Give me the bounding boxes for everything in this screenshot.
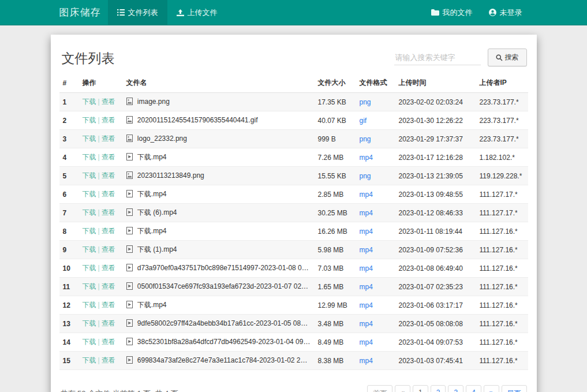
view-link[interactable]: 查看 [102,264,115,272]
page-button-尾页[interactable]: 尾页 [502,385,527,392]
nav-my-files[interactable]: 我的文件 [425,0,478,25]
user-icon [489,9,496,16]
upload-time: 2023-01-07 02:35:23 [395,278,476,296]
file-format-link[interactable]: mp4 [360,301,373,309]
upload-time: 2023-01-04 09:07:53 [395,333,476,352]
view-link[interactable]: 查看 [102,301,115,309]
download-link[interactable]: 下载 [83,356,96,364]
upload-time: 2023-01-13 09:48:55 [395,185,476,204]
file-format-link[interactable]: mp4 [360,338,373,346]
download-link[interactable]: 下载 [83,135,96,143]
download-link[interactable]: 下载 [83,338,96,346]
file-format-link[interactable]: mp4 [360,154,373,162]
upload-time: 2023-01-11 08:19:44 [395,222,476,241]
header-filesize: 文件大小 [315,73,356,93]
file-table: # 操作 文件名 文件大小 文件格式 上传时间 上传者IP 1 下载|查看 im… [59,73,528,370]
view-link[interactable]: 查看 [102,208,115,216]
download-link[interactable]: 下载 [83,98,96,106]
file-format-link[interactable]: png [360,98,371,106]
table-row: 11 下载|查看 0500f015347ce697fc93a193efa6723… [59,278,528,296]
file-format-link[interactable]: gif [360,117,367,125]
download-link[interactable]: 下载 [83,245,96,253]
view-link[interactable]: 查看 [102,116,115,124]
file-format-link[interactable]: png [360,135,371,143]
view-link[interactable]: 查看 [102,282,115,290]
page-button-首页[interactable]: 首页 [367,385,392,392]
file-count-summary: 共有 52 个文件 当前第 1 页, 共 4 页 [61,389,178,392]
view-link[interactable]: 查看 [102,245,115,253]
header-format: 文件格式 [356,73,395,93]
download-link[interactable]: 下载 [83,171,96,180]
view-link[interactable]: 查看 [102,227,115,235]
brand-title: 图床储存 [59,0,108,25]
file-size: 1.65 MB [315,278,356,296]
view-link[interactable]: 查看 [102,319,115,327]
nav-my-files-label: 我的文件 [443,8,473,18]
download-link[interactable]: 下载 [83,264,96,272]
action-separator: | [98,264,100,272]
uploader-ip: 111.127.16.* [476,296,528,315]
video-file-icon [126,227,133,236]
file-name: 下载.mp4 [137,190,167,198]
action-separator: | [98,356,100,364]
download-link[interactable]: 下载 [83,319,96,327]
nav-login-status[interactable]: 未登录 [483,0,528,25]
video-file-icon [126,319,133,328]
file-format-link[interactable]: mp4 [360,246,373,254]
page-button-2[interactable]: 2 [431,385,446,392]
file-format-link[interactable]: mp4 [360,357,373,365]
row-index: 3 [59,130,79,148]
view-link[interactable]: 查看 [102,135,115,143]
navbar: 图床储存 文件列表 上传文件 我的文件 [0,0,587,25]
file-size: 8.38 MB [315,352,356,370]
file-size: 17.35 KB [315,93,356,111]
file-format-link[interactable]: png [360,172,371,180]
view-link[interactable]: 查看 [102,338,115,346]
download-link[interactable]: 下载 [83,153,96,161]
download-link[interactable]: 下载 [83,116,96,124]
download-link[interactable]: 下载 [83,227,96,235]
file-size: 999 B [315,130,356,148]
page-button-4[interactable]: 4 [466,385,481,392]
file-size: 40.07 KB [315,111,356,130]
page-button-1[interactable]: 1 [413,385,428,392]
file-format-link[interactable]: mp4 [360,283,373,291]
file-format-link[interactable]: mp4 [360,320,373,328]
file-format-link[interactable]: mp4 [360,191,373,199]
file-format-link[interactable]: mp4 [360,209,373,217]
tab-file-list[interactable]: 文件列表 [108,0,167,25]
view-link[interactable]: 查看 [102,356,115,364]
table-row: 6 下载|查看 下载.mp4 2.85 MB mp4 2023-01-13 09… [59,185,528,204]
page-button-«[interactable]: « [395,385,410,392]
download-link[interactable]: 下载 [83,282,96,290]
file-format-link[interactable]: mp4 [360,264,373,272]
action-separator: | [98,116,100,124]
file-size: 16.26 MB [315,222,356,241]
view-link[interactable]: 查看 [102,190,115,198]
download-link[interactable]: 下载 [83,190,96,198]
file-size: 12.99 MB [315,296,356,315]
row-index: 5 [59,167,79,185]
page-button-»[interactable]: » [484,385,499,392]
file-size: 5.98 MB [315,241,356,259]
uploader-ip: 111.127.16.* [476,222,528,241]
file-format-link[interactable]: mp4 [360,227,373,236]
download-link[interactable]: 下载 [83,301,96,309]
view-link[interactable]: 查看 [102,171,115,180]
view-link[interactable]: 查看 [102,98,115,106]
view-link[interactable]: 查看 [102,153,115,161]
table-header-row: # 操作 文件名 文件大小 文件格式 上传时间 上传者IP [59,73,528,93]
page-button-3[interactable]: 3 [448,385,463,392]
file-name: 0500f015347ce697fc93a193efa6723d-2023-01… [137,282,315,290]
tab-upload-file[interactable]: 上传文件 [167,0,227,25]
download-link[interactable]: 下载 [83,208,96,216]
row-index: 7 [59,204,79,222]
file-table-body: 1 下载|查看 image.png 17.35 KB png 2023-02-0… [59,93,528,370]
file-name: 下载 (1).mp4 [137,245,177,253]
search-input[interactable] [394,50,481,65]
action-separator: | [98,338,100,346]
upload-icon [177,9,184,16]
file-name: 下载.mp4 [137,153,167,161]
tab-upload-file-label: 上传文件 [188,8,218,18]
search-button[interactable]: 搜索 [488,48,527,66]
